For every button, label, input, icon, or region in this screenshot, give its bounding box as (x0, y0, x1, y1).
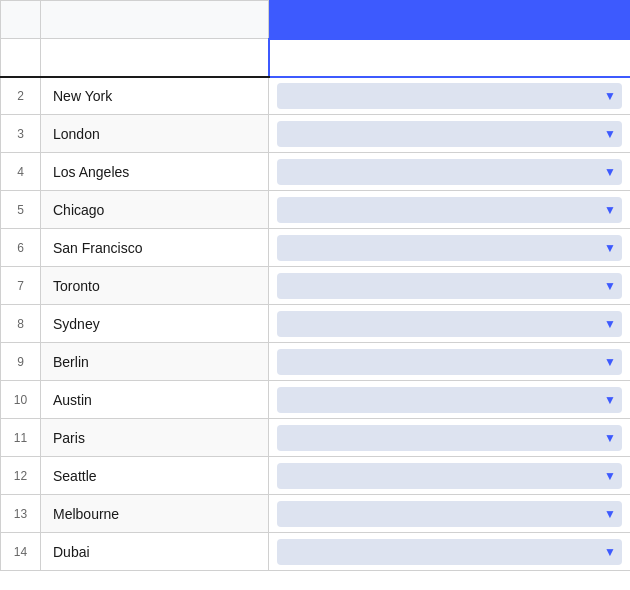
dropdown-widget[interactable]: ▼ (277, 349, 622, 375)
table-row: 6San Francisco▼ (1, 229, 631, 267)
row-number: 3 (1, 115, 41, 153)
preferred-contact-cell[interactable]: ▼ (269, 457, 631, 495)
city-cell: Melbourne (41, 495, 269, 533)
row-number: 13 (1, 495, 41, 533)
city-cell: Paris (41, 419, 269, 457)
spreadsheet-table: 2New York▼3London▼4Los Angeles▼5Chicago▼… (0, 0, 630, 571)
table-row: 9Berlin▼ (1, 343, 631, 381)
table-row: 10Austin▼ (1, 381, 631, 419)
corner-cell (1, 1, 41, 39)
column-f-header (269, 1, 631, 39)
row-number: 12 (1, 457, 41, 495)
dropdown-widget[interactable]: ▼ (277, 387, 622, 413)
row-number: 9 (1, 343, 41, 381)
row-number: 2 (1, 77, 41, 115)
dropdown-arrow-icon: ▼ (604, 203, 616, 217)
dropdown-arrow-icon: ▼ (604, 393, 616, 407)
preferred-contact-cell[interactable]: ▼ (269, 533, 631, 571)
dropdown-widget[interactable]: ▼ (277, 273, 622, 299)
row-number: 8 (1, 305, 41, 343)
dropdown-arrow-icon: ▼ (604, 507, 616, 521)
city-cell: Seattle (41, 457, 269, 495)
city-cell: Los Angeles (41, 153, 269, 191)
city-column-label (41, 39, 269, 77)
row-number: 4 (1, 153, 41, 191)
preferred-contact-cell[interactable]: ▼ (269, 77, 631, 115)
table-row: 14Dubai▼ (1, 533, 631, 571)
dropdown-widget[interactable]: ▼ (277, 197, 622, 223)
preferred-contact-cell[interactable]: ▼ (269, 495, 631, 533)
city-cell: Toronto (41, 267, 269, 305)
column-name-row (1, 39, 631, 77)
city-cell: Sydney (41, 305, 269, 343)
dropdown-widget[interactable]: ▼ (277, 539, 622, 565)
table-row: 8Sydney▼ (1, 305, 631, 343)
dropdown-arrow-icon: ▼ (604, 317, 616, 331)
dropdown-widget[interactable]: ▼ (277, 159, 622, 185)
city-cell: Chicago (41, 191, 269, 229)
preferred-contact-cell[interactable]: ▼ (269, 419, 631, 457)
preferred-contact-cell[interactable]: ▼ (269, 191, 631, 229)
dropdown-arrow-icon: ▼ (604, 431, 616, 445)
preferred-contact-cell[interactable]: ▼ (269, 267, 631, 305)
dropdown-arrow-icon: ▼ (604, 545, 616, 559)
dropdown-arrow-icon: ▼ (604, 355, 616, 369)
preferred-column-label (269, 39, 631, 77)
column-letter-row (1, 1, 631, 39)
table-row: 4Los Angeles▼ (1, 153, 631, 191)
dropdown-arrow-icon: ▼ (604, 127, 616, 141)
dropdown-arrow-icon: ▼ (604, 279, 616, 293)
table-row: 11Paris▼ (1, 419, 631, 457)
dropdown-arrow-icon: ▼ (604, 165, 616, 179)
preferred-contact-cell[interactable]: ▼ (269, 115, 631, 153)
city-cell: Dubai (41, 533, 269, 571)
table-row: 3London▼ (1, 115, 631, 153)
row-number: 11 (1, 419, 41, 457)
row-number: 5 (1, 191, 41, 229)
city-cell: Berlin (41, 343, 269, 381)
dropdown-widget[interactable]: ▼ (277, 311, 622, 337)
dropdown-widget[interactable]: ▼ (277, 83, 622, 109)
dropdown-widget[interactable]: ▼ (277, 463, 622, 489)
row-number: 10 (1, 381, 41, 419)
dropdown-widget[interactable]: ▼ (277, 425, 622, 451)
table-row: 12Seattle▼ (1, 457, 631, 495)
dropdown-arrow-icon: ▼ (604, 241, 616, 255)
dropdown-arrow-icon: ▼ (604, 89, 616, 103)
dropdown-widget[interactable]: ▼ (277, 501, 622, 527)
preferred-contact-cell[interactable]: ▼ (269, 305, 631, 343)
preferred-contact-cell[interactable]: ▼ (269, 343, 631, 381)
city-cell: London (41, 115, 269, 153)
row-number: 7 (1, 267, 41, 305)
row-number: 14 (1, 533, 41, 571)
table-row: 2New York▼ (1, 77, 631, 115)
table-row: 7Toronto▼ (1, 267, 631, 305)
row-number: 6 (1, 229, 41, 267)
dropdown-widget[interactable]: ▼ (277, 235, 622, 261)
city-cell: San Francisco (41, 229, 269, 267)
table-row: 5Chicago▼ (1, 191, 631, 229)
preferred-contact-cell[interactable]: ▼ (269, 229, 631, 267)
table-row: 13Melbourne▼ (1, 495, 631, 533)
row-num-header (1, 39, 41, 77)
preferred-contact-cell[interactable]: ▼ (269, 381, 631, 419)
column-e-header (41, 1, 269, 39)
dropdown-arrow-icon: ▼ (604, 469, 616, 483)
dropdown-widget[interactable]: ▼ (277, 121, 622, 147)
preferred-contact-cell[interactable]: ▼ (269, 153, 631, 191)
city-cell: New York (41, 77, 269, 115)
city-cell: Austin (41, 381, 269, 419)
